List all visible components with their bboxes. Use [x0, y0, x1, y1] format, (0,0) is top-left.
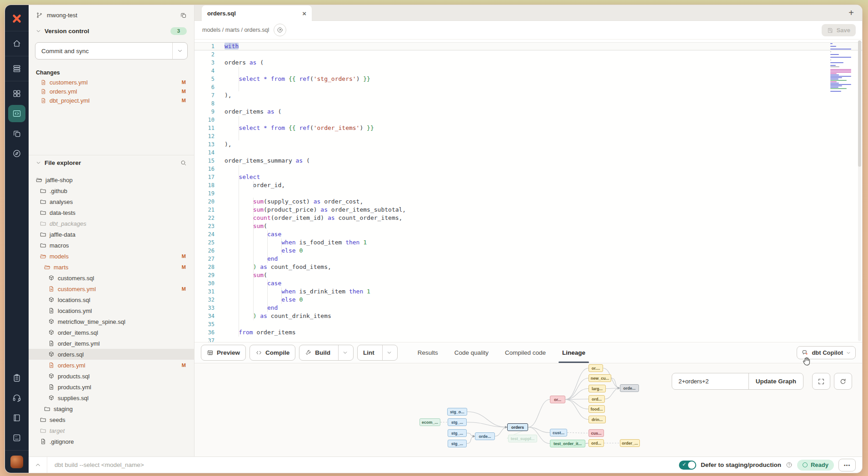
lineage-node-cust[interactable]: cust... — [550, 429, 567, 436]
file-row-order_items.sql[interactable]: order_items.sql — [29, 327, 194, 338]
tab-compiled-code[interactable]: Compiled code — [505, 342, 546, 363]
lineage-node-ghost[interactable]: test_suppl... — [508, 435, 537, 442]
more-options-button[interactable]: ••• — [838, 459, 856, 471]
compile-button[interactable]: Compile — [249, 345, 295, 361]
expand-command-bar-button[interactable] — [29, 457, 47, 473]
folder-icon — [40, 427, 46, 434]
file-row-jaffle-shop[interactable]: jaffle-shop — [29, 174, 194, 185]
lineage-node-stg2[interactable]: stg_... — [448, 418, 467, 426]
lineage-node-y4[interactable]: ord... — [589, 395, 605, 403]
tab-results[interactable]: Results — [418, 342, 438, 363]
close-icon[interactable]: × — [302, 10, 306, 17]
indent-guide — [253, 255, 254, 263]
file-row-macros[interactable]: macros — [29, 240, 194, 251]
rail-item-changelog[interactable] — [8, 429, 25, 446]
file-row-seeds[interactable]: seeds — [29, 414, 194, 425]
lineage-panel[interactable]: ecom_...stg_o...stg_...stg_...stg_...ord… — [195, 363, 862, 456]
file-row-customers.sql[interactable]: customers.sql — [29, 273, 194, 283]
rail-item-ide[interactable] — [8, 105, 25, 122]
rail-item-projects[interactable] — [8, 125, 25, 142]
rail-item-tasks[interactable] — [8, 369, 25, 387]
update-graph-button[interactable]: Update Graph — [748, 373, 803, 389]
defer-toggle[interactable]: ✓ — [679, 461, 696, 470]
copy-icon[interactable] — [180, 12, 187, 19]
file-row-.gitignore[interactable]: .gitignore — [29, 436, 194, 447]
file-row-analyses[interactable]: analyses — [29, 196, 194, 207]
changed-file-row[interactable]: dbt_project.ymlM — [29, 96, 194, 105]
lint-dropdown[interactable] — [382, 345, 392, 360]
lineage-node-y1[interactable]: or.... — [589, 364, 603, 372]
lineage-node-ordy[interactable]: ord... — [589, 439, 604, 447]
changed-file-row[interactable]: orders.ymlM — [29, 87, 194, 96]
save-icon — [827, 27, 833, 34]
lineage-node-orders[interactable]: orders — [507, 423, 528, 431]
lineage-node-tord[interactable]: test_order_it... — [550, 440, 585, 447]
rail-item-explore[interactable] — [8, 145, 25, 162]
file-row-locations.sql[interactable]: locations.sql — [29, 294, 194, 305]
file-row-jaffle-data[interactable]: jaffle-data — [29, 229, 194, 240]
rail-item-dashboard[interactable] — [8, 85, 25, 102]
file-row-supplies.sql[interactable]: supplies.sql — [29, 392, 194, 403]
docs-link-button[interactable] — [274, 24, 286, 36]
file-row-orders.sql[interactable]: orders.sql — [29, 349, 194, 360]
file-row-customers.yml[interactable]: customers.ymlM — [29, 283, 194, 294]
user-avatar[interactable] — [10, 456, 23, 468]
lineage-node-stg3[interactable]: stg_... — [448, 429, 467, 437]
commit-dropdown[interactable] — [172, 43, 187, 59]
lineage-node-stg4[interactable]: stg_... — [448, 440, 467, 447]
file-row-dbt_packages[interactable]: dbt_packages — [29, 218, 194, 229]
file-row-staging[interactable]: staging — [29, 403, 194, 414]
fullscreen-button[interactable] — [812, 373, 830, 390]
lineage-node-ecom[interactable]: ecom_... — [419, 418, 440, 426]
file-row-orders.yml[interactable]: orders.ymlM — [29, 360, 194, 371]
file-row-data-tests[interactable]: data-tests — [29, 207, 194, 218]
file-row-marts[interactable]: martsM — [29, 262, 194, 273]
scrollbar-thumb[interactable] — [858, 40, 861, 167]
changed-file-row[interactable]: customers.ymlM — [29, 78, 194, 87]
lineage-node-cusp[interactable]: cus... — [589, 429, 604, 437]
rail-item-dbt-logo[interactable] — [8, 10, 25, 27]
file-tab-orders-sql[interactable]: orders.sql × — [202, 5, 312, 21]
command-input[interactable]: dbt build --select <model_name> — [47, 461, 144, 468]
build-button[interactable]: Build — [299, 345, 354, 361]
rail-item-home[interactable] — [8, 35, 25, 52]
file-row-products.sql[interactable]: products.sql — [29, 371, 194, 382]
version-control-header[interactable]: Version control 3 — [29, 25, 194, 37]
tab-code-quality[interactable]: Code quality — [454, 342, 489, 363]
commit-and-sync-button[interactable]: Commit and sync — [35, 42, 188, 60]
lineage-node-ordeb[interactable]: orde... — [475, 432, 495, 440]
save-button[interactable]: Save — [822, 24, 856, 36]
file-row-locations.yml[interactable]: locations.yml — [29, 305, 194, 316]
file-row-products.yml[interactable]: products.yml — [29, 382, 194, 392]
rail-item-support[interactable] — [8, 389, 25, 407]
code-editor[interactable]: 1with23orders as (45 select * from {{ re… — [195, 39, 862, 342]
lineage-node-orp[interactable]: or... — [550, 396, 565, 403]
search-icon[interactable] — [180, 159, 187, 166]
new-tab-button[interactable]: + — [848, 8, 854, 17]
lineage-node-y6[interactable]: drin... — [589, 416, 606, 423]
rail-item-environments[interactable] — [8, 60, 25, 77]
tab-lineage[interactable]: Lineage — [562, 342, 585, 363]
lineage-node-ordy2[interactable]: order_... — [620, 439, 640, 447]
editor-scrollbar[interactable] — [858, 40, 861, 341]
refresh-button[interactable] — [834, 373, 852, 390]
lineage-node-ordeg[interactable]: orde... — [620, 384, 639, 392]
lineage-node-y2[interactable]: new_cu... — [589, 374, 611, 382]
lineage-node-stg1[interactable]: stg_o... — [447, 408, 467, 416]
selector-input[interactable]: 2+orders+2 — [672, 373, 748, 389]
help-icon[interactable] — [786, 461, 793, 468]
build-dropdown[interactable] — [338, 345, 348, 360]
lineage-node-y5[interactable]: food... — [589, 405, 605, 413]
lineage-node-y3[interactable]: larg... — [589, 385, 606, 392]
file-row-models[interactable]: modelsM — [29, 251, 194, 262]
minimap[interactable] — [830, 43, 855, 94]
file-row-target[interactable]: target — [29, 425, 194, 436]
file-row-metricflow_time_spine.sql[interactable]: metricflow_time_spine.sql — [29, 316, 194, 327]
file-explorer-header[interactable]: File explorer — [29, 155, 194, 170]
file-row-order_items.yml[interactable]: order_items.yml — [29, 338, 194, 349]
file-row-.github[interactable]: .github — [29, 185, 194, 196]
lint-button[interactable]: Lint — [357, 345, 398, 361]
rail-item-docs[interactable] — [8, 409, 25, 426]
app-body: mwong-test Version control 3 Commit and … — [29, 5, 862, 473]
preview-button[interactable]: Preview — [201, 345, 246, 361]
